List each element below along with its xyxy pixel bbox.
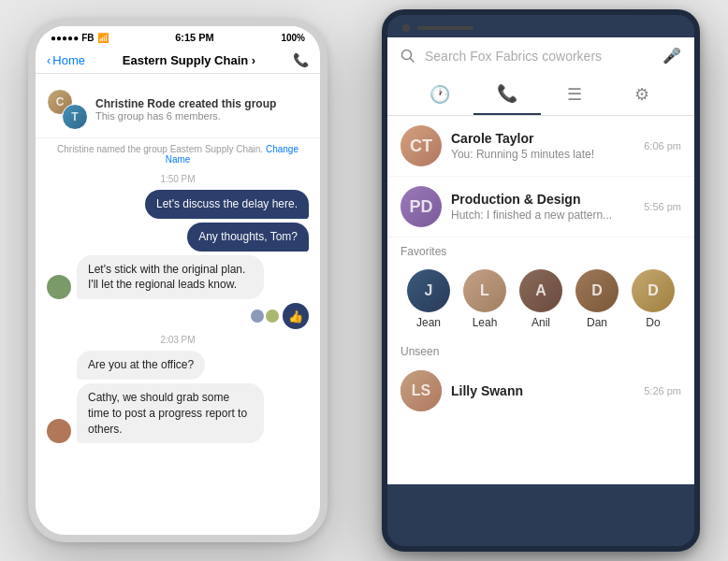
android-top-bar	[387, 15, 694, 37]
unseen-section: Unseen	[387, 337, 694, 363]
tab-recent[interactable]: 🕐	[406, 75, 473, 114]
chat-bubble-4: Are you at the office?	[77, 351, 205, 380]
favorites-label: Favorites	[387, 237, 694, 262]
message-preview: You: Running 5 minutes late!	[451, 148, 634, 161]
message-time: 6:06 pm	[644, 140, 681, 151]
chat-bubble-3: Let's stick with the original plan. I'll…	[77, 255, 264, 300]
fav-name-jean: Jean	[416, 316, 441, 329]
fav-name-leah: Leah	[473, 316, 498, 329]
contact-name: Production & Design	[451, 192, 634, 207]
list-item[interactable]: CT Carole Taylor You: Running 5 minutes …	[387, 116, 694, 177]
chat-bubble-5: Cathy, we should grab some time to post …	[77, 383, 264, 443]
speaker-bar	[417, 26, 473, 30]
search-placeholder[interactable]: Search Fox Fabrics coworkers	[425, 49, 653, 64]
contact-name: Carole Taylor	[451, 131, 634, 146]
conversation-list: CT Carole Taylor You: Running 5 minutes …	[387, 116, 694, 419]
conversation-carole: Carole Taylor You: Running 5 minutes lat…	[451, 131, 634, 161]
iphone-time: 6:15 PM	[175, 32, 214, 43]
bubble-row-2: Any thoughts, Tom?	[36, 221, 320, 253]
chat-title: Eastern Supply Chain ›	[93, 53, 285, 67]
fav-avatar-do: D	[632, 269, 675, 312]
avatar-lilly: LS	[400, 370, 442, 411]
fav-item-leah[interactable]: L Leah	[457, 269, 513, 329]
iphone-signal: ●●●●● FB 📶	[51, 33, 109, 43]
time-label-1: 1:50 PM	[36, 170, 320, 188]
fav-item-do[interactable]: D Do	[625, 269, 681, 329]
avatar-prod: PD	[400, 186, 442, 227]
message-time: 5:56 pm	[644, 201, 681, 212]
iphone-battery: 100%	[281, 33, 305, 43]
time-label-2: 2:03 PM	[36, 331, 320, 349]
avatar-carole: CT	[400, 125, 442, 166]
sender-avatar-1	[47, 275, 71, 299]
chat-bubble-2: Any thoughts, Tom?	[187, 223, 309, 252]
fav-avatar-jean: J	[407, 269, 450, 312]
fav-name-dan: Dan	[587, 316, 607, 329]
thumbs-up-icon[interactable]: 👍	[283, 303, 309, 329]
tiny-avatar-2	[266, 309, 279, 323]
sender-avatar-2	[47, 419, 71, 443]
system-message: Christine named the group Eastern Supply…	[36, 138, 320, 170]
android-tabs: 🕐 📞 ☰ ⚙	[387, 74, 694, 116]
unseen-label: Unseen	[400, 345, 439, 358]
tab-settings[interactable]: ⚙	[608, 75, 676, 114]
group-avatar: C T	[47, 89, 88, 130]
fav-avatar-leah: L	[463, 269, 506, 312]
bubble-row-5: Cathy, we should grab some time to post …	[36, 381, 320, 445]
scene: ●●●●● FB 📶 6:15 PM 100% ‹ Home Eastern S…	[0, 0, 728, 561]
svg-line-1	[411, 58, 415, 62]
fav-name-do: Do	[646, 316, 660, 329]
avatar-2: T	[62, 104, 88, 130]
tiny-avatar-1	[251, 309, 264, 323]
search-icon	[400, 49, 415, 64]
group-info: C T Christine Rode created this group Th…	[36, 81, 320, 138]
fav-item-jean[interactable]: J Jean	[400, 269, 457, 329]
fav-avatar-anil: A	[519, 269, 562, 312]
list-item[interactable]: PD Production & Design Hutch: I finished…	[387, 177, 694, 237]
android-content: Search Fox Fabrics coworkers 🎤 🕐 📞 ☰ ⚙ C…	[387, 37, 694, 484]
back-button[interactable]: ‹ Home	[47, 53, 85, 67]
tab-menu[interactable]: ☰	[541, 75, 608, 114]
conversation-prod: Production & Design Hutch: I finished a …	[451, 192, 634, 222]
group-member-count: This group has 6 members.	[95, 110, 276, 122]
group-creator-msg: Christine Rode created this group	[95, 97, 276, 110]
fav-avatar-dan: D	[575, 269, 619, 312]
thumbs-row: 👍	[36, 301, 320, 331]
group-info-text: Christine Rode created this group This g…	[95, 97, 276, 122]
lilly-name: Lilly Swann	[451, 383, 523, 398]
bubble-row-4: Are you at the office?	[36, 349, 320, 381]
fav-item-dan[interactable]: D Dan	[569, 269, 625, 329]
mic-icon[interactable]: 🎤	[662, 47, 681, 65]
bubble-row-3: Let's stick with the original plan. I'll…	[36, 253, 320, 302]
chat-bubble-1: Let's discuss the delay here.	[145, 190, 309, 219]
bubble-row-1: Let's discuss the delay here.	[36, 188, 320, 221]
iphone-nav-bar: ‹ Home Eastern Supply Chain › 📞	[36, 47, 320, 74]
list-item-lilly[interactable]: LS Lilly Swann 5:26 pm	[387, 363, 694, 419]
back-label: Home	[52, 53, 85, 67]
favorites-row: J Jean L Leah A Anil	[387, 262, 694, 337]
iphone-device: ●●●●● FB 📶 6:15 PM 100% ‹ Home Eastern S…	[28, 19, 328, 542]
message-preview: Hutch: I finished a new pattern...	[451, 209, 634, 222]
camera-dot	[402, 24, 410, 32]
lilly-time: 5:26 pm	[644, 385, 681, 396]
iphone-status-bar: ●●●●● FB 📶 6:15 PM 100%	[36, 26, 320, 47]
chat-body: C T Christine Rode created this group Th…	[36, 74, 320, 508]
fav-name-anil: Anil	[531, 316, 550, 329]
fav-item-anil[interactable]: A Anil	[513, 269, 569, 329]
tab-calls[interactable]: 📞	[473, 74, 541, 115]
search-bar: Search Fox Fabrics coworkers 🎤	[387, 37, 694, 74]
call-icon[interactable]: 📞	[293, 52, 309, 67]
android-device: Search Fox Fabrics coworkers 🎤 🕐 📞 ☰ ⚙ C…	[382, 9, 700, 552]
